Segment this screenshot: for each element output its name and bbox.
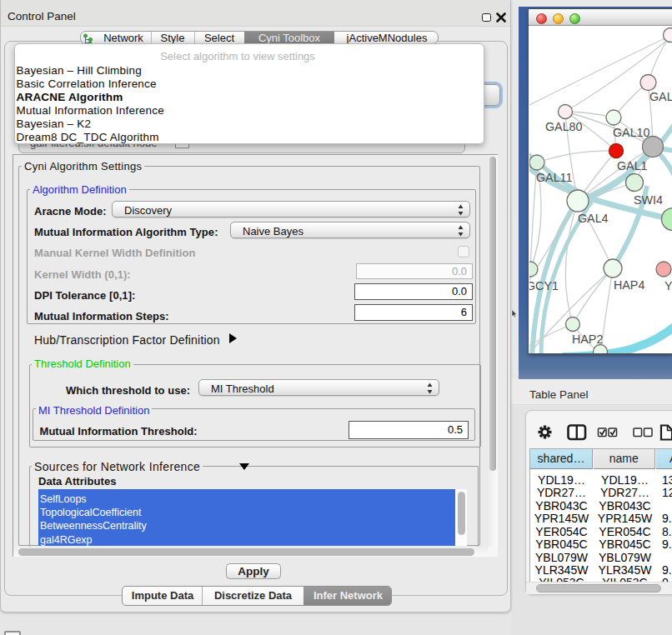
svg-text:GAL7: GAL7	[649, 90, 672, 103]
svg-text:SWI4: SWI4	[634, 193, 663, 207]
svg-text:GAL4: GAL4	[578, 212, 609, 225]
svg-text:HAP4: HAP4	[614, 278, 644, 292]
svg-text:GAL10: GAL10	[613, 126, 650, 139]
svg-text:GAL1: GAL1	[617, 159, 648, 172]
svg-text:GAL80: GAL80	[545, 120, 583, 133]
svg-text:GAL11: GAL11	[536, 171, 572, 184]
svg-text:HAP2: HAP2	[572, 332, 603, 346]
svg-text:GCY1: GCY1	[529, 279, 559, 292]
svg-text:Y: Y	[664, 279, 672, 292]
